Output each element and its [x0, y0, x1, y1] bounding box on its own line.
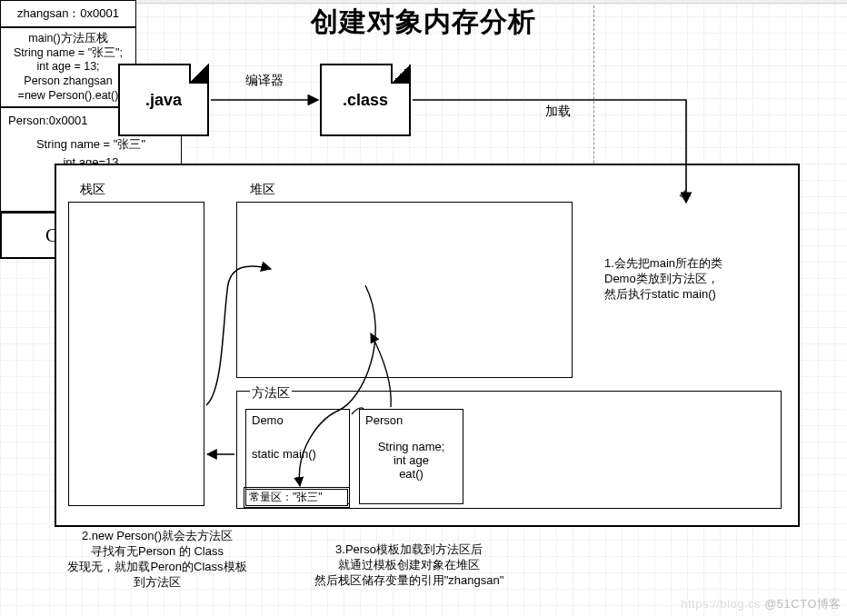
label-heap: 堆区	[250, 182, 275, 198]
n3-l2: 就通过模板创建对象在堆区	[282, 558, 536, 573]
person-f2: int age	[365, 453, 457, 467]
n2-l2: 寻找有无Person 的 Class	[53, 544, 262, 560]
stack-main-l4: Person zhangsan	[1, 75, 135, 89]
cl-desc-l2: Demo类放到方法区，	[604, 272, 795, 287]
label-load: 加载	[545, 104, 571, 120]
person-f3: eat()	[365, 467, 457, 481]
watermark-prefix: https://blog.cs	[681, 597, 761, 611]
demo-main: static main()	[252, 447, 344, 461]
cl-desc-l3: 然后执行static main()	[604, 287, 795, 303]
file-java: .java	[118, 64, 209, 136]
note-2: 2.new Person()就会去方法区 寻找有无Person 的 Class …	[53, 529, 262, 591]
move-cursor-icon: ✥	[679, 187, 691, 204]
file-fold-icon	[189, 64, 209, 84]
file-fold-icon	[391, 64, 411, 84]
diagram-canvas: 创建对象内存分析 .java .class 编译器 加载 栈区 zhangsan…	[0, 0, 847, 616]
stack-main-l3: int age = 13;	[1, 60, 135, 75]
heap-obj-name: String name = "张三"	[5, 136, 177, 153]
diagram-title: 创建对象内存分析	[0, 4, 847, 41]
note-3: 3.Perso模板加载到方法区后 就通过模板创建对象在堆区 然后栈区储存变量的引…	[282, 542, 536, 589]
person-classname: Person	[365, 413, 457, 427]
stack-main-l2: String name = "张三";	[1, 46, 135, 61]
n3-l3: 然后栈区储存变量的引用"zhangsan"	[282, 573, 536, 589]
classloader-desc: 1.会先把main所在的类 Demo类放到方法区， 然后执行static mai…	[604, 256, 795, 303]
file-java-label: .java	[145, 91, 182, 110]
constant-pool: 常量区："张三"	[245, 489, 348, 506]
n2-l1: 2.new Person()就会去方法区	[53, 529, 262, 544]
method-area-person: Person String name; int age eat()	[359, 409, 463, 504]
label-stack: 栈区	[80, 182, 105, 198]
file-class-label: .class	[343, 91, 388, 110]
n2-l4: 到方法区	[53, 575, 262, 591]
person-f1: String name;	[365, 440, 457, 453]
watermark: https://blog.cs @51CTO博客	[681, 596, 842, 612]
n3-l1: 3.Perso模板加载到方法区后	[282, 542, 536, 558]
label-compiler: 编译器	[245, 73, 284, 89]
stack-area	[68, 202, 204, 506]
watermark-text: @51CTO博客	[764, 597, 842, 611]
label-method-area: 方法区	[250, 385, 292, 402]
demo-classname: Demo	[252, 413, 344, 427]
n2-l3: 发现无，就加载Peron的Class模板	[53, 560, 262, 575]
cl-desc-l1: 1.会先把main所在的类	[604, 256, 795, 272]
file-class: .class	[320, 64, 411, 136]
heap-area	[236, 202, 573, 378]
stack-main-l5: =new Person().eat()	[1, 89, 135, 104]
